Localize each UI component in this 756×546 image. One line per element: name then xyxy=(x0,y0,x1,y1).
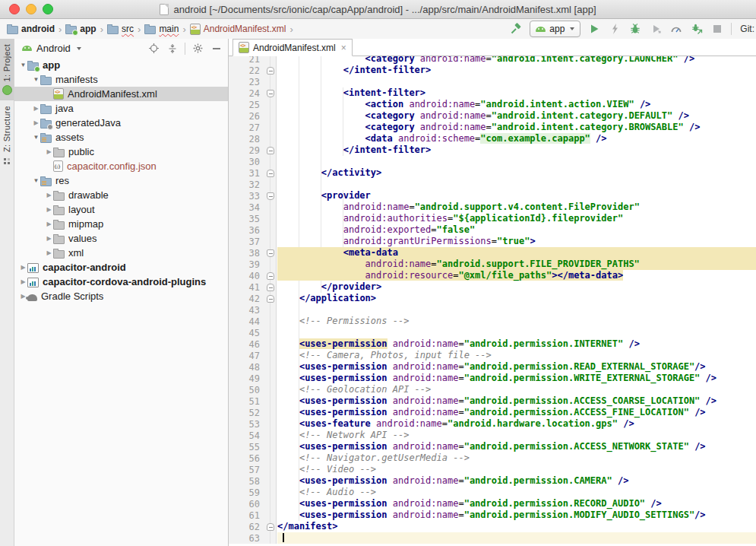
breadcrumb-item-android[interactable]: android xyxy=(6,24,55,34)
settings-gear-icon[interactable] xyxy=(191,42,204,56)
code-area[interactable]: <category android:name="android.intent.c… xyxy=(277,56,756,544)
editor: AndroidManifest.xml × 212223242526272829… xyxy=(229,39,756,546)
tree-item-manifests[interactable]: ▼manifests xyxy=(14,72,228,87)
close-window-button[interactable] xyxy=(9,4,20,14)
tree-item-drawable[interactable]: ▶drawable xyxy=(14,188,228,202)
zoom-window-button[interactable] xyxy=(43,4,53,14)
run-with-coverage-button[interactable] xyxy=(649,22,663,36)
line-number: 26 xyxy=(229,111,265,122)
run-configuration-select[interactable]: app xyxy=(530,21,580,37)
editor-tab-androidmanifest[interactable]: AndroidManifest.xml × xyxy=(232,39,353,56)
line-number: 40 xyxy=(229,271,265,281)
apply-changes-lightning-button[interactable] xyxy=(608,22,622,36)
expand-arrow-icon[interactable]: ▼ xyxy=(19,62,27,68)
tree-item-java[interactable]: ▶java xyxy=(14,101,228,116)
gutter-row: 26 xyxy=(229,110,276,122)
minimize-window-button[interactable] xyxy=(26,4,36,14)
module-icon xyxy=(27,278,39,287)
fold-close-icon[interactable] xyxy=(267,272,274,280)
collapse-arrow-icon[interactable]: ▶ xyxy=(45,249,53,256)
line-number: 42 xyxy=(229,294,265,304)
close-tab-icon[interactable]: × xyxy=(341,43,346,52)
collapse-arrow-icon[interactable]: ▶ xyxy=(45,148,53,155)
editor-body[interactable]: 2122232425262728293031323334353637383940… xyxy=(229,56,756,546)
line-number: 53 xyxy=(229,419,265,430)
fold-open-icon[interactable] xyxy=(267,192,274,200)
json-icon xyxy=(53,160,63,172)
folder-gray-icon xyxy=(53,221,65,230)
tree-item-assets[interactable]: ▼assets xyxy=(14,130,228,144)
fold-close-icon[interactable] xyxy=(267,523,274,531)
collapse-arrow-icon[interactable]: ▶ xyxy=(45,206,53,213)
line-number: 36 xyxy=(229,225,265,236)
folder-gray-icon xyxy=(53,236,65,244)
collapse-arrow-icon[interactable]: ▶ xyxy=(45,235,53,242)
fold-close-icon[interactable] xyxy=(267,170,274,177)
expand-arrow-icon[interactable]: ▼ xyxy=(32,177,40,184)
fold-close-icon[interactable] xyxy=(267,284,274,291)
locate-file-button[interactable] xyxy=(147,42,160,56)
tree-item-app[interactable]: ▼app xyxy=(14,58,228,72)
attach-debugger-button[interactable] xyxy=(690,22,704,36)
gutter-row: 30 xyxy=(229,156,276,167)
gutter-row: 54 xyxy=(229,430,276,441)
breadcrumb-item-app[interactable]: app xyxy=(65,24,96,34)
stop-button[interactable] xyxy=(710,22,724,36)
fold-close-icon[interactable] xyxy=(267,67,274,75)
fold-column xyxy=(265,156,276,167)
breadcrumb-item-src[interactable]: src xyxy=(106,24,134,34)
tool-stripe-structure-tab[interactable]: Z: Structure xyxy=(0,100,14,170)
build-hammer-button[interactable] xyxy=(509,22,523,36)
android-icon xyxy=(536,27,546,32)
gutter-row: 40 xyxy=(229,270,276,281)
folder-res-icon xyxy=(40,178,52,186)
tree-item-gradle-scripts[interactable]: ▶Gradle Scripts xyxy=(14,289,228,303)
collapse-arrow-icon[interactable]: ▶ xyxy=(32,119,40,126)
tree-item-res[interactable]: ▼res xyxy=(14,173,228,188)
collapse-all-button[interactable] xyxy=(166,42,179,56)
fold-column xyxy=(265,56,276,65)
breadcrumb-item-androidmanifest-xml[interactable]: AndroidManifest.xml xyxy=(189,24,287,35)
fold-column xyxy=(265,179,276,190)
fold-open-icon[interactable] xyxy=(267,249,274,257)
expand-arrow-icon[interactable]: ▼ xyxy=(32,76,40,83)
profiler-button[interactable] xyxy=(669,22,683,36)
code-line-40: android:resource="@xml/file_paths"></met… xyxy=(277,270,756,281)
tree-item-generatedjava[interactable]: ▶generatedJava xyxy=(14,116,228,130)
code-line-26: <category android:name="android.intent.c… xyxy=(277,110,756,122)
project-view-label: Android xyxy=(36,43,71,54)
debug-button[interactable] xyxy=(628,22,642,36)
text-caret xyxy=(283,533,284,542)
line-number: 23 xyxy=(229,77,265,87)
tree-item-androidmanifest-xml[interactable]: AndroidManifest.xml xyxy=(14,87,228,101)
collapse-arrow-icon[interactable]: ▶ xyxy=(19,264,27,271)
collapse-arrow-icon[interactable]: ▶ xyxy=(45,192,53,198)
tree-item-capacitor-config-json[interactable]: capacitor.config.json xyxy=(14,159,228,173)
tool-stripe-project-tab[interactable]: 1: Project xyxy=(0,39,14,100)
tree-item-label: capacitor-android xyxy=(43,262,126,273)
fold-close-icon[interactable] xyxy=(267,295,274,303)
breadcrumb-label: app xyxy=(80,24,96,34)
project-view-selector[interactable]: Android xyxy=(22,43,81,54)
breadcrumb-item-main[interactable]: main xyxy=(144,24,179,34)
expand-arrow-icon[interactable]: ▼ xyxy=(32,134,40,141)
collapse-arrow-icon[interactable]: ▶ xyxy=(45,221,53,227)
chevron-down-icon xyxy=(77,47,81,50)
project-panel: Android ▼app▼manifests xyxy=(14,39,229,546)
line-number: 50 xyxy=(229,385,265,395)
tree-item-public[interactable]: ▶public xyxy=(14,144,228,159)
hide-panel-button[interactable] xyxy=(210,42,223,56)
tree-item-values[interactable]: ▶values xyxy=(14,231,228,246)
tree-item-mipmap[interactable]: ▶mipmap xyxy=(14,217,228,231)
code-line-21: <category android:name="android.intent.c… xyxy=(277,56,756,65)
collapse-arrow-icon[interactable]: ▶ xyxy=(32,105,40,112)
tree-item-capacitor-android[interactable]: ▶capacitor-android xyxy=(14,260,228,275)
collapse-arrow-icon[interactable]: ▶ xyxy=(19,278,27,285)
gutter-row: 34 xyxy=(229,202,276,213)
fold-close-icon[interactable] xyxy=(267,147,274,154)
run-button[interactable] xyxy=(587,22,601,36)
fold-open-icon[interactable] xyxy=(267,90,274,97)
tree-item-xml[interactable]: ▶xml xyxy=(14,246,228,260)
tree-item-capacitor-cordova-android-plugins[interactable]: ▶capacitor-cordova-android-plugins xyxy=(14,275,228,289)
tree-item-layout[interactable]: ▶layout xyxy=(14,202,228,217)
